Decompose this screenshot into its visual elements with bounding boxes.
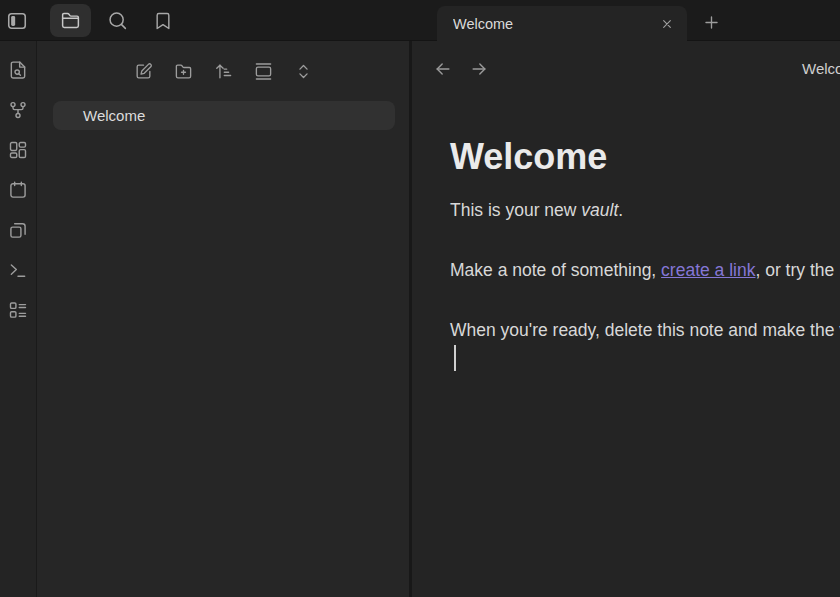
new-note-icon xyxy=(134,62,153,81)
command-palette-button[interactable] xyxy=(3,255,33,285)
daily-note-button[interactable] xyxy=(3,175,33,205)
paragraph: This is your new vault. xyxy=(450,196,840,224)
file-explorer: Welcome xyxy=(37,41,412,597)
sort-icon xyxy=(214,62,233,81)
templates-button[interactable] xyxy=(3,215,33,245)
create-a-link-link[interactable]: create a link xyxy=(661,260,755,280)
bookmarks-tab-button[interactable] xyxy=(146,4,180,37)
new-folder-button[interactable] xyxy=(167,55,199,87)
copy-icon xyxy=(8,220,28,240)
tab-welcome[interactable]: Welcome xyxy=(437,6,687,41)
editor-pane: Welcome Welcome This is your new vault. … xyxy=(412,41,840,597)
note-content[interactable]: Welcome This is your new vault. Make a n… xyxy=(412,95,840,372)
left-ribbon xyxy=(0,41,37,597)
quick-switcher-button[interactable] xyxy=(3,55,33,85)
folder-icon xyxy=(60,10,81,31)
file-item-label: Welcome xyxy=(83,107,145,124)
files-tab-button[interactable] xyxy=(50,4,91,37)
navigate-forward-button[interactable] xyxy=(466,56,492,82)
layout-list-icon xyxy=(8,300,28,320)
arrow-right-icon xyxy=(469,59,489,79)
view-header-title: Welcome xyxy=(802,60,840,77)
top-bar: Welcome xyxy=(0,0,840,41)
panel-left-icon xyxy=(6,10,28,32)
tab-title: Welcome xyxy=(453,16,655,32)
search-icon xyxy=(107,10,128,31)
plus-icon xyxy=(702,13,721,32)
bookmark-icon xyxy=(153,11,173,31)
canvas-icon xyxy=(8,140,28,160)
search-tab-button[interactable] xyxy=(100,4,134,37)
paragraph: Make a note of something, create a link,… xyxy=(450,256,840,284)
layout-list-button[interactable] xyxy=(3,295,33,325)
gallery-view-button[interactable] xyxy=(247,55,279,87)
canvas-button[interactable] xyxy=(3,135,33,165)
paragraph: When you're ready, delete this note and … xyxy=(450,316,840,344)
text-cursor xyxy=(454,345,456,371)
new-folder-icon xyxy=(174,62,193,81)
toggle-left-sidebar-button[interactable] xyxy=(2,4,32,37)
file-item-welcome[interactable]: Welcome xyxy=(53,101,395,130)
file-search-icon xyxy=(8,60,28,80)
gallery-vertical-icon xyxy=(254,62,273,81)
new-note-button[interactable] xyxy=(127,55,159,87)
obsidian-window: { "colors": { "topbar_bg": "#1b1b1b", "r… xyxy=(0,0,840,597)
note-title: Welcome xyxy=(450,135,840,178)
sort-order-button[interactable] xyxy=(207,55,239,87)
new-tab-button[interactable] xyxy=(696,8,726,36)
calendar-icon xyxy=(8,180,28,200)
italic-text: vault xyxy=(581,200,618,220)
graph-icon xyxy=(8,100,28,120)
workspace: Welcome Welcome xyxy=(0,41,840,597)
editor-header: Welcome xyxy=(412,41,840,95)
navigate-back-button[interactable] xyxy=(430,56,456,82)
arrow-left-icon xyxy=(433,59,453,79)
file-list: Welcome xyxy=(37,95,409,130)
expand-collapse-all-button[interactable] xyxy=(287,55,319,87)
file-explorer-toolbar xyxy=(37,47,409,95)
empty-line xyxy=(450,344,840,372)
terminal-icon xyxy=(8,260,28,280)
close-icon[interactable] xyxy=(655,12,679,36)
graph-view-button[interactable] xyxy=(3,95,33,125)
chevrons-up-down-icon xyxy=(294,62,313,81)
